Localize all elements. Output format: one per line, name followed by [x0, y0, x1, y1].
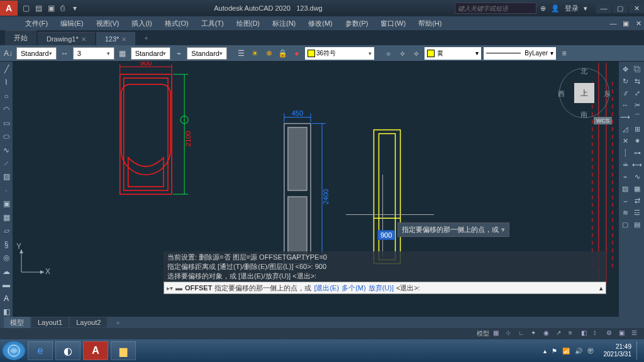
new-tab-button[interactable]: ＋ — [136, 31, 156, 45]
viewcube-top-face[interactable]: 上 — [574, 83, 594, 103]
dimstyle-select[interactable]: Standard▾ — [131, 47, 171, 60]
qat-save-icon[interactable]: ▣ — [48, 4, 57, 13]
clean-screen-icon[interactable]: ▣ — [619, 329, 628, 338]
chamfer-tool-icon[interactable]: ◿ — [620, 124, 630, 134]
tab-model[interactable]: 模型 — [4, 317, 30, 329]
menu-modify[interactable]: 修改(M) — [303, 18, 338, 30]
menu-dimension[interactable]: 标注(N) — [267, 18, 301, 30]
align-tool-icon[interactable]: ≐ — [620, 160, 630, 170]
taskbar-clock[interactable]: 21:49 2021/3/31 — [604, 343, 632, 358]
minimize-button[interactable]: — — [596, 3, 611, 13]
menu-tools[interactable]: 工具(T) — [196, 18, 229, 30]
login-dropdown-icon[interactable]: ▾ — [584, 4, 587, 13]
overkill-tool-icon[interactable]: ≋ — [620, 207, 630, 217]
array-tool-icon[interactable]: ⊞ — [632, 124, 642, 134]
layer-iso-icon[interactable]: ⟡ — [397, 48, 408, 59]
polyline-tool-icon[interactable]: ⌇ — [1, 77, 11, 87]
cmd-opt-undo[interactable]: 放弃(U)] — [369, 283, 394, 293]
textstyle-select[interactable]: Standard▾ — [16, 47, 57, 60]
add-layout-button[interactable]: ＋ — [108, 317, 128, 329]
compass-south[interactable]: 南 — [580, 110, 587, 119]
scale-tool-icon[interactable]: ⤢ — [632, 88, 642, 98]
close-button[interactable]: ✕ — [629, 3, 644, 13]
taskbar-ie[interactable]: e — [28, 341, 53, 360]
menu-view[interactable]: 视图(V) — [91, 18, 125, 30]
menu-format[interactable]: 格式(O) — [160, 18, 194, 30]
command-line[interactable]: ▸▾ ▬ OFFSET 指定要偏移的那一侧上的点，或 [退出(E) 多个(M) … — [164, 282, 606, 294]
tray-volume-icon[interactable]: 🔊 — [575, 348, 582, 354]
viewcube[interactable]: 上 北 南 东 西 WCS — [559, 68, 609, 118]
helix-tool-icon[interactable]: § — [1, 239, 11, 249]
doc-close-button[interactable]: ✕ — [633, 19, 644, 28]
annoscale-toggle-icon[interactable]: ⟟ — [594, 329, 602, 338]
layer-freeze-icon[interactable]: ❄ — [264, 48, 275, 59]
rotate-tool-icon[interactable]: ↻ — [620, 76, 630, 86]
layer-match-icon[interactable]: ⟢ — [411, 48, 422, 59]
linetype-select[interactable]: ByLayer ▾ — [484, 47, 556, 60]
ellipse-tool-icon[interactable]: ⬭ — [1, 131, 11, 141]
trim-tool-icon[interactable]: ✂ — [632, 100, 642, 110]
copy-tool-icon[interactable]: ⿻ — [632, 64, 642, 74]
layer-manager-icon[interactable]: ☰ — [236, 48, 247, 59]
tab-drawing1[interactable]: Drawing1*✕ — [38, 32, 95, 45]
menu-insert[interactable]: 插入(I) — [126, 18, 157, 30]
qat-print-icon[interactable]: ⎙ — [60, 4, 69, 13]
tray-flag-icon[interactable]: ⚑ — [552, 348, 557, 354]
arc-tool-icon[interactable]: ◠ — [1, 104, 11, 114]
tray-expand-icon[interactable]: ▴ — [543, 348, 547, 354]
circle-tool-icon[interactable]: ○ — [1, 91, 11, 101]
menu-edit[interactable]: 编辑(E) — [55, 18, 89, 30]
login-label[interactable]: 登录 — [565, 4, 579, 13]
tab-layout1[interactable]: Layout1 — [31, 317, 69, 327]
menu-parametric[interactable]: 参数(P) — [340, 18, 374, 30]
revision-tool-icon[interactable]: ☁ — [1, 266, 11, 276]
workspace-switch-icon[interactable]: ⚙ — [606, 329, 615, 338]
tab-123[interactable]: 123*✕ — [96, 32, 136, 45]
tablestyle-select[interactable]: Standard▾ — [187, 47, 227, 60]
cmd-opt-exit[interactable]: [退出(E) — [314, 283, 339, 293]
tray-ime-icon[interactable]: ㊥ — [587, 346, 594, 355]
taskbar-autocad[interactable]: A — [83, 341, 108, 360]
dynamic-input[interactable]: 900 — [377, 230, 395, 240]
offset-tool-icon[interactable]: ⫽ — [620, 88, 630, 98]
infocenter-icon[interactable]: ⊕ — [540, 4, 546, 13]
doc-minimize-button[interactable]: — — [608, 19, 619, 28]
edit-hatch-icon[interactable]: ▨ — [620, 184, 630, 194]
compass-east[interactable]: 东 — [604, 89, 611, 99]
qat-more-icon[interactable]: ▾ — [73, 4, 82, 13]
fillet-tool-icon[interactable]: ⌒ — [632, 112, 642, 122]
break-tool-icon[interactable]: ┊ — [620, 148, 630, 158]
polar-toggle-icon[interactable]: ✦ — [531, 329, 540, 338]
block-tool-icon[interactable]: ▣ — [1, 199, 11, 209]
taskbar-explorer[interactable]: ▆ — [111, 341, 136, 360]
menu-file[interactable]: 文件(F) — [20, 18, 53, 30]
erase-tool-icon[interactable]: ✕ — [620, 136, 630, 146]
tab-close-icon[interactable]: ✕ — [81, 36, 86, 43]
edit-spline-icon[interactable]: ∿ — [632, 172, 642, 182]
tab-close-icon[interactable]: ✕ — [121, 36, 126, 43]
otrack-toggle-icon[interactable]: ↗ — [556, 329, 565, 338]
layer-lock-icon[interactable]: 🔒 — [277, 48, 289, 59]
tablestyle-icon[interactable]: ⌁ — [173, 48, 184, 59]
explode-tool-icon[interactable]: ✷ — [632, 136, 642, 146]
xline-tool-icon[interactable]: ⟋ — [1, 158, 11, 168]
status-modelspace[interactable]: 模型 — [477, 329, 489, 338]
taskbar-browser[interactable]: ◐ — [55, 341, 80, 360]
wipeout-tool-icon[interactable]: ▬ — [1, 280, 11, 290]
help-search-input[interactable] — [455, 3, 536, 14]
user-icon[interactable]: 👤 — [551, 4, 560, 13]
draworder-icon[interactable]: ▤ — [632, 219, 642, 229]
layer-sun-icon[interactable]: ☀ — [250, 48, 261, 59]
qat-open-icon[interactable]: ▤ — [35, 4, 44, 13]
doc-restore-button[interactable]: ▣ — [620, 19, 631, 28]
move-tool-icon[interactable]: ✥ — [620, 64, 630, 74]
lineweight-toggle-icon[interactable]: ≡ — [569, 329, 577, 338]
cmd-expand-icon[interactable]: ▴ — [599, 284, 603, 292]
join-tool-icon[interactable]: ⊶ — [632, 148, 642, 158]
table-tool-icon[interactable]: ▦ — [1, 212, 11, 222]
rectangle-tool-icon[interactable]: ▭ — [1, 118, 11, 128]
dimstyle-icon[interactable]: ▦ — [117, 48, 128, 59]
maximize-button[interactable]: ▢ — [613, 3, 628, 13]
gradient-tool-icon[interactable]: ◧ — [1, 307, 11, 316]
dimscale-icon[interactable]: ↔ — [59, 48, 70, 59]
